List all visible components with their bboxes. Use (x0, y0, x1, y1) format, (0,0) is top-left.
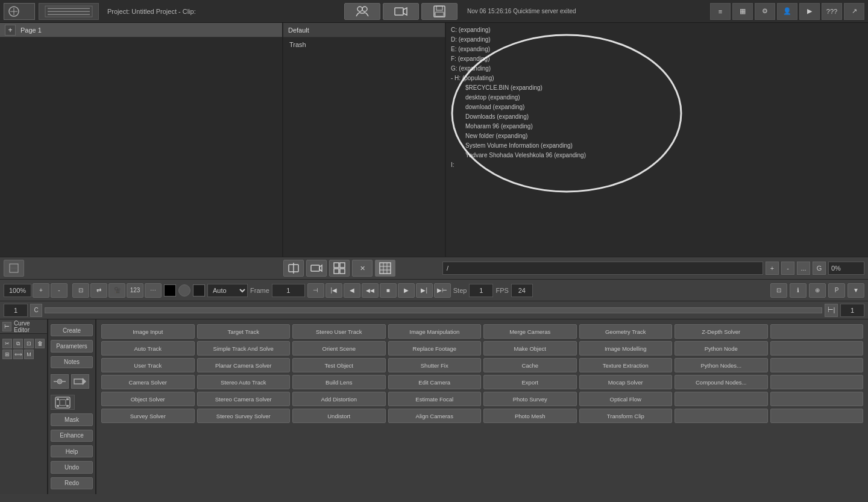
stereo-survey-solver-btn[interactable]: Stereo Survey Solver (197, 409, 291, 423)
user-track-btn[interactable]: User Track (101, 358, 195, 372)
simple-track-solve-btn[interactable]: Simple Track And Solve (197, 341, 291, 356)
camera-solver-btn[interactable]: Camera Solver (101, 375, 195, 389)
circle-color-btn[interactable] (178, 284, 190, 296)
path-more-btn[interactable]: ... (797, 262, 810, 275)
file-tree-item[interactable]: D: (expanding) (451, 35, 863, 45)
arrow-icon[interactable] (71, 374, 89, 389)
fit-btn[interactable]: ⊡ (72, 283, 89, 298)
grid-btn[interactable] (329, 260, 350, 277)
video-icon-btn[interactable] (383, 3, 419, 20)
play-btn[interactable]: ▶ (799, 3, 820, 20)
end-frame-input[interactable] (840, 304, 864, 317)
mode-select[interactable]: Auto Manual (207, 284, 248, 297)
expand-view-btn[interactable]: ⟺ (13, 350, 23, 359)
planar-camera-solver-btn[interactable]: Planar Camera Solver (197, 358, 291, 372)
file-tree-item[interactable]: G: (expanding) (451, 64, 863, 74)
camera-tl-btn[interactable]: 🎥 (108, 283, 125, 298)
image-modelling-btn[interactable]: Image Modelling (579, 341, 673, 356)
stereo-camera-solver-btn[interactable]: Stereo Camera Solver (197, 392, 291, 406)
folder-item-trash[interactable]: Trash (286, 40, 442, 49)
dots-btn[interactable]: ⋯ (145, 283, 162, 298)
transform-clip-btn[interactable]: Transform Clip (579, 409, 673, 423)
object-solver-btn[interactable]: Object Solver (101, 392, 195, 406)
file-tree-item[interactable]: $RECYCLE.BIN (expanding) (451, 83, 863, 93)
add-clip-btn[interactable] (283, 260, 304, 277)
fps-input[interactable] (511, 284, 533, 297)
m-btn[interactable]: M (24, 350, 34, 359)
stop-btn[interactable]: ■ (380, 283, 397, 298)
add-distortion-btn[interactable]: Add Distortion (292, 392, 386, 406)
zoom-input[interactable] (828, 262, 864, 275)
file-tree-item[interactable]: Downloads (expanding) (451, 112, 863, 122)
path-input[interactable] (442, 262, 763, 275)
expand-btn[interactable]: ↗ (844, 3, 864, 20)
create-btn[interactable]: Create (51, 324, 93, 336)
test-object-btn[interactable]: Test Object (292, 358, 386, 372)
file-tree-item[interactable]: - H: (populating) (451, 74, 863, 83)
survey-solver-btn[interactable]: Survey Solver (101, 409, 195, 423)
loop-btn[interactable]: ⇄ (90, 283, 107, 298)
slider-icon[interactable] (51, 374, 69, 389)
file-tree-item[interactable]: E: (expanding) (451, 45, 863, 54)
info-btn[interactable]: ℹ (790, 283, 807, 298)
target-track-btn[interactable]: Target Track (197, 324, 291, 339)
z-depth-solver-btn[interactable]: Z-Depth Solver (675, 324, 768, 339)
cross-btn[interactable]: ✕ (352, 260, 373, 277)
python-node-btn[interactable]: Python Node (675, 341, 768, 356)
photo-survey-btn[interactable]: Photo Survey (483, 392, 577, 406)
list-view-btn[interactable]: ≡ (710, 3, 731, 20)
mocap-solver-btn[interactable]: Mocap Solver (579, 375, 673, 389)
add-tab-btn[interactable]: + (5, 25, 16, 36)
edit-camera-btn[interactable]: Edit Camera (388, 375, 482, 389)
image-manipulation-btn[interactable]: Image Manipulation (388, 324, 482, 339)
step-input[interactable] (469, 284, 493, 297)
make-object-btn[interactable]: Make Object (483, 341, 577, 356)
black-color-btn[interactable] (164, 284, 176, 296)
cache-btn[interactable]: Cache (483, 358, 577, 372)
next-frame-btn[interactable]: ▶| (416, 283, 433, 298)
python-nodes-btn[interactable]: Python Nodes... (675, 358, 768, 372)
help-btn[interactable]: ??? (822, 3, 842, 20)
film-icon[interactable] (51, 395, 75, 410)
undo-btn[interactable]: Undo (51, 461, 93, 473)
undistort-btn[interactable]: Undistort (292, 409, 386, 423)
stereo-auto-track-btn[interactable]: Stereo Auto Track (197, 375, 291, 389)
shutter-fix-btn[interactable]: Shutter Fix (388, 358, 482, 372)
grid-view-btn[interactable]: ▦ (732, 3, 753, 20)
aspect-btn[interactable]: ⊡ (770, 283, 787, 298)
end-marker-btn[interactable]: ⊢| (825, 304, 838, 317)
timeline-slider[interactable] (45, 307, 822, 313)
prev-frame-btn[interactable]: ◀ (344, 283, 360, 298)
orient-btn[interactable]: ⊕ (809, 283, 826, 298)
path-add-btn[interactable]: + (766, 262, 779, 275)
play-fwd-btn[interactable]: ▶ (398, 283, 415, 298)
photo-mesh-btn[interactable]: Photo Mesh (483, 409, 577, 423)
cut-btn[interactable]: ✂ (2, 339, 12, 348)
enhance-btn[interactable]: Enhance (51, 430, 93, 442)
image-input-btn[interactable]: Image Input (101, 324, 195, 339)
camera-btn[interactable] (306, 260, 327, 277)
file-tree-item[interactable]: Yadvare Shohada Veleshkola 96 (expanding… (451, 151, 863, 160)
align-cameras-btn[interactable]: Align Cameras (388, 409, 482, 423)
file-tree-item[interactable]: System Volume Information (expanding) (451, 141, 863, 151)
delete-btn[interactable]: 🗑 (35, 339, 45, 348)
fit-view-btn[interactable]: ⊞ (2, 350, 12, 359)
optical-flow-btn[interactable]: Optical Flow (579, 392, 673, 406)
file-tree-item[interactable]: C: (expanding) (451, 25, 863, 35)
auto-track-btn[interactable]: Auto Track (101, 341, 195, 356)
parameters-btn[interactable]: Parameters (51, 340, 93, 352)
mask-btn[interactable]: Mask (51, 413, 93, 425)
geometry-track-btn[interactable]: Geometry Track (579, 324, 673, 339)
zoom-in-btn[interactable]: + (33, 283, 49, 298)
users-icon-btn[interactable] (344, 3, 380, 20)
c-btn[interactable]: C (30, 304, 42, 317)
help-tool-btn[interactable]: Help (51, 445, 93, 457)
file-tree-item[interactable]: download (expanding) (451, 102, 863, 112)
page-tab[interactable]: Page 1 (20, 27, 42, 34)
user-btn[interactable]: 👤 (777, 3, 797, 20)
file-tree-item[interactable]: desktop (expanding) (451, 93, 863, 102)
path-minus-btn[interactable]: - (781, 262, 794, 275)
notes-btn[interactable]: Notes (51, 356, 93, 368)
file-tree-item[interactable]: Moharam 96 (expanding) (451, 122, 863, 131)
compound-nodes-btn[interactable]: Compound Nodes... (675, 375, 768, 389)
